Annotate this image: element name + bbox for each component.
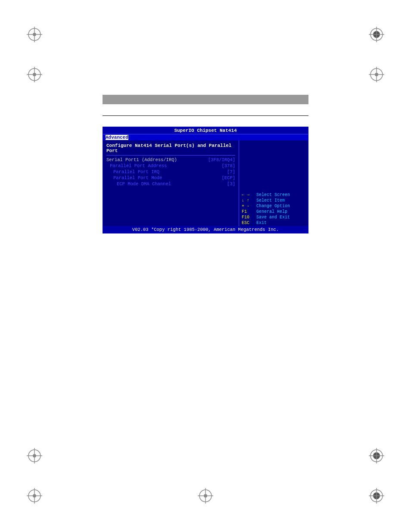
bios-value-serial1: [3F8/IRQ4] [208,157,235,162]
corner-bl-inner [27,67,42,84]
bios-key-f10: F10 [242,215,255,220]
bios-title: SuperIO Chipset Nat414 [174,128,237,133]
bios-key-plusminus: + - [242,204,255,208]
bios-screen: SuperIO Chipset Nat414 Advanced Configur… [103,127,308,233]
bios-main-area: Configure Nat414 Serial Port(s) and Para… [103,140,308,228]
bios-value-pp-addr: [378] [221,163,235,168]
bios-nav-bar: Advanced [103,134,308,140]
bios-label-pp-addr: Parallel Port Address [106,163,167,168]
corner-bc [198,488,213,505]
bios-nav-advanced[interactable]: Advanced [106,135,128,140]
bios-label-pp-mode: Parallel Port Mode [106,175,162,180]
bios-row-pp-mode[interactable]: Parallel Port Mode [ECP] [106,175,235,180]
bios-row-ecp-dma[interactable]: ECP Mode DMA Channel [3] [106,181,235,187]
bios-key-select-item-desc: Select Item [256,198,285,203]
corner-bl2 [27,448,42,465]
bios-key-save-exit-desc: Save and Exit [256,215,290,220]
corner-bl3 [27,488,42,505]
bios-key-general-help-desc: General Help [256,209,287,214]
bios-row-serial1[interactable]: Serial Port1 (Address/IRQ) [3F8/IRQ4] [106,157,235,162]
corner-br2 [369,448,384,465]
bios-row-pp-addr[interactable]: Parallel Port Address [378] [106,163,235,168]
bios-key-exit: ESC Exit [242,221,305,225]
bios-key-updown: ↓ ↑ [242,198,255,203]
corner-br3 [369,488,384,505]
bios-key-exit-desc: Exit [256,221,267,225]
bios-key-select-screen: ← → Select Screen [242,193,305,197]
gray-header-bar [103,95,308,104]
corner-tl-outer [27,27,42,44]
bios-key-change-option-desc: Change Option [256,204,290,208]
bios-footer: V02.03 *Copy right 1985-2000, American M… [103,226,308,233]
bios-right-panel: ← → Select Screen ↓ ↑ Select Item + - Ch… [239,140,308,228]
bios-section-divider [106,155,235,156]
bios-label-pp-irq: Parallel Port IRQ [106,169,159,174]
bios-left-panel: Configure Nat414 Serial Port(s) and Para… [103,140,239,228]
bios-key-save-exit: F10 Save and Exit [242,215,305,220]
bios-key-select-screen-desc: Select Screen [256,193,290,197]
bios-value-pp-irq: [7] [227,169,235,174]
bios-key-change-option: + - Change Option [242,204,305,208]
bios-key-esc: ESC [242,221,255,225]
bios-key-f1: F1 [242,209,255,214]
bios-section-title: Configure Nat414 Serial Port(s) and Para… [106,143,235,153]
horizontal-rule [103,115,308,116]
bios-footer-text: V02.03 *Copy right 1985-2000, American M… [132,227,279,232]
bios-key-arrows: ← → [242,193,255,197]
bios-title-bar: SuperIO Chipset Nat414 [103,127,308,134]
corner-tr-inner [369,67,384,84]
bios-key-select-item: ↓ ↑ Select Item [242,198,305,203]
bios-label-serial1: Serial Port1 (Address/IRQ) [106,157,177,162]
bios-row-pp-irq[interactable]: Parallel Port IRQ [7] [106,169,235,174]
bios-key-general-help: F1 General Help [242,209,305,214]
corner-tr-outer [369,27,384,44]
bios-label-ecp-dma: ECP Mode DMA Channel [106,181,171,187]
bios-value-ecp-dma: [3] [227,181,235,187]
bios-value-pp-mode: [ECP] [221,175,235,180]
